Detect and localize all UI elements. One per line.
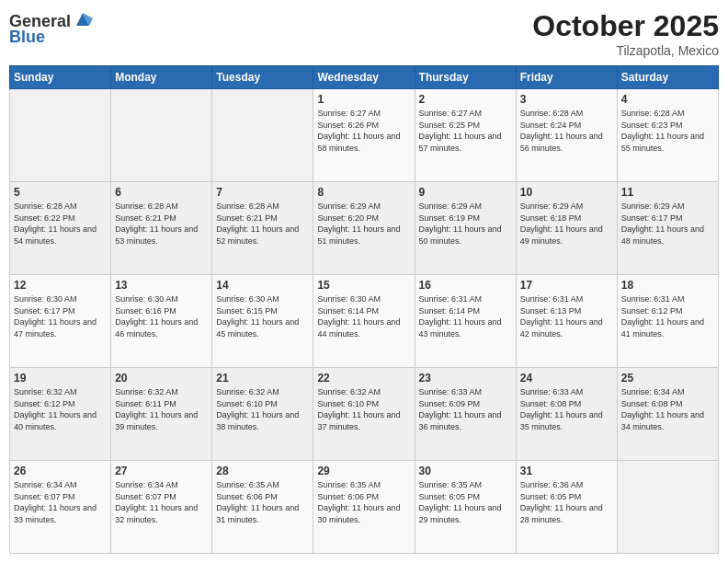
sunrise-label: Sunrise: 6:35 AM [419, 480, 483, 489]
day-info: Sunrise: 6:31 AM Sunset: 6:12 PM Dayligh… [621, 293, 714, 339]
sunset-label: Sunset: 6:08 PM [520, 399, 582, 408]
day-number: 11 [621, 186, 714, 199]
sunset-label: Sunset: 6:05 PM [419, 492, 481, 501]
day-info: Sunrise: 6:30 AM Sunset: 6:14 PM Dayligh… [317, 293, 410, 339]
logo: General Blue [9, 9, 93, 47]
sunset-label: Sunset: 6:10 PM [216, 399, 278, 408]
sunset-label: Sunset: 6:05 PM [520, 492, 582, 501]
daylight-label: Daylight: 11 hours and 38 minutes. [216, 410, 299, 431]
table-row: 12 Sunrise: 6:30 AM Sunset: 6:17 PM Dayl… [10, 275, 111, 368]
sunrise-label: Sunrise: 6:28 AM [621, 109, 685, 118]
sunrise-label: Sunrise: 6:31 AM [621, 294, 685, 304]
calendar-week-row: 5 Sunrise: 6:28 AM Sunset: 6:22 PM Dayli… [10, 182, 719, 275]
sunrise-label: Sunrise: 6:32 AM [14, 387, 77, 396]
daylight-label: Daylight: 11 hours and 33 minutes. [14, 503, 97, 524]
daylight-label: Daylight: 11 hours and 28 minutes. [520, 503, 603, 524]
sunset-label: Sunset: 6:14 PM [419, 306, 481, 316]
daylight-label: Daylight: 11 hours and 43 minutes. [419, 317, 502, 339]
daylight-label: Daylight: 11 hours and 30 minutes. [317, 503, 400, 524]
col-wednesday: Wednesday [313, 66, 415, 89]
table-row: 30 Sunrise: 6:35 AM Sunset: 6:05 PM Dayl… [415, 461, 516, 554]
table-row: 4 Sunrise: 6:28 AM Sunset: 6:23 PM Dayli… [617, 89, 718, 182]
day-number: 16 [419, 279, 512, 292]
day-info: Sunrise: 6:28 AM Sunset: 6:21 PM Dayligh… [115, 201, 208, 247]
sunrise-label: Sunrise: 6:32 AM [216, 387, 279, 396]
day-number: 19 [14, 372, 107, 385]
table-row: 26 Sunrise: 6:34 AM Sunset: 6:07 PM Dayl… [10, 461, 111, 554]
table-row: 2 Sunrise: 6:27 AM Sunset: 6:25 PM Dayli… [415, 89, 516, 182]
day-info: Sunrise: 6:32 AM Sunset: 6:12 PM Dayligh… [14, 386, 107, 432]
day-number: 22 [317, 372, 410, 385]
table-row: 15 Sunrise: 6:30 AM Sunset: 6:14 PM Dayl… [313, 275, 415, 368]
day-number: 21 [216, 372, 309, 385]
daylight-label: Daylight: 11 hours and 44 minutes. [317, 317, 400, 339]
col-monday: Monday [111, 66, 212, 89]
daylight-label: Daylight: 11 hours and 48 minutes. [621, 224, 704, 246]
day-number: 12 [14, 279, 107, 292]
day-info: Sunrise: 6:33 AM Sunset: 6:09 PM Dayligh… [419, 386, 512, 432]
location-subtitle: Tilzapotla, Mexico [532, 43, 719, 58]
table-row: 19 Sunrise: 6:32 AM Sunset: 6:12 PM Dayl… [10, 368, 111, 461]
table-row: 31 Sunrise: 6:36 AM Sunset: 6:05 PM Dayl… [516, 461, 617, 554]
day-info: Sunrise: 6:35 AM Sunset: 6:06 PM Dayligh… [317, 479, 410, 525]
sunrise-label: Sunrise: 6:28 AM [520, 109, 584, 118]
sunrise-label: Sunrise: 6:32 AM [317, 387, 381, 396]
sunrise-label: Sunrise: 6:29 AM [621, 201, 685, 211]
daylight-label: Daylight: 11 hours and 40 minutes. [14, 410, 97, 431]
day-info: Sunrise: 6:31 AM Sunset: 6:13 PM Dayligh… [520, 293, 613, 339]
daylight-label: Daylight: 11 hours and 55 minutes. [621, 132, 704, 153]
sunset-label: Sunset: 6:12 PM [621, 306, 683, 316]
table-row: 10 Sunrise: 6:29 AM Sunset: 6:18 PM Dayl… [516, 182, 617, 275]
title-block: October 2025 Tilzapotla, Mexico [532, 9, 719, 58]
daylight-label: Daylight: 11 hours and 35 minutes. [520, 410, 603, 431]
sunset-label: Sunset: 6:20 PM [317, 213, 379, 223]
daylight-label: Daylight: 11 hours and 29 minutes. [419, 503, 502, 524]
sunrise-label: Sunrise: 6:27 AM [317, 109, 381, 118]
sunset-label: Sunset: 6:07 PM [115, 492, 176, 501]
table-row: 16 Sunrise: 6:31 AM Sunset: 6:14 PM Dayl… [415, 275, 516, 368]
table-row: 21 Sunrise: 6:32 AM Sunset: 6:10 PM Dayl… [212, 368, 313, 461]
daylight-label: Daylight: 11 hours and 54 minutes. [14, 224, 97, 246]
sunset-label: Sunset: 6:09 PM [419, 399, 481, 408]
day-info: Sunrise: 6:30 AM Sunset: 6:16 PM Dayligh… [115, 293, 208, 339]
table-row [10, 89, 111, 182]
daylight-label: Daylight: 11 hours and 42 minutes. [520, 317, 603, 339]
daylight-label: Daylight: 11 hours and 37 minutes. [317, 410, 400, 431]
calendar-week-row: 1 Sunrise: 6:27 AM Sunset: 6:26 PM Dayli… [10, 89, 719, 182]
day-number: 10 [520, 186, 613, 199]
sunrise-label: Sunrise: 6:34 AM [115, 480, 178, 489]
calendar-week-row: 19 Sunrise: 6:32 AM Sunset: 6:12 PM Dayl… [10, 368, 719, 461]
daylight-label: Daylight: 11 hours and 52 minutes. [216, 224, 299, 246]
sunrise-label: Sunrise: 6:35 AM [216, 480, 279, 489]
sunset-label: Sunset: 6:19 PM [419, 213, 481, 223]
daylight-label: Daylight: 11 hours and 51 minutes. [317, 224, 400, 246]
table-row: 29 Sunrise: 6:35 AM Sunset: 6:06 PM Dayl… [313, 461, 415, 554]
table-row: 9 Sunrise: 6:29 AM Sunset: 6:19 PM Dayli… [415, 182, 516, 275]
day-number: 7 [216, 186, 309, 199]
sunset-label: Sunset: 6:06 PM [317, 492, 379, 501]
day-number: 30 [419, 465, 512, 477]
day-number: 8 [317, 186, 410, 199]
table-row [617, 461, 718, 554]
table-row: 11 Sunrise: 6:29 AM Sunset: 6:17 PM Dayl… [617, 182, 718, 275]
logo-blue: Blue [9, 28, 45, 47]
sunrise-label: Sunrise: 6:33 AM [419, 387, 483, 396]
table-row: 6 Sunrise: 6:28 AM Sunset: 6:21 PM Dayli… [111, 182, 212, 275]
day-info: Sunrise: 6:31 AM Sunset: 6:14 PM Dayligh… [419, 293, 512, 339]
daylight-label: Daylight: 11 hours and 34 minutes. [621, 410, 704, 431]
sunset-label: Sunset: 6:17 PM [14, 306, 75, 316]
sunrise-label: Sunrise: 6:27 AM [419, 109, 483, 118]
sunset-label: Sunset: 6:16 PM [115, 306, 176, 316]
sunrise-label: Sunrise: 6:29 AM [419, 201, 483, 211]
day-info: Sunrise: 6:29 AM Sunset: 6:18 PM Dayligh… [520, 201, 613, 247]
sunrise-label: Sunrise: 6:30 AM [317, 294, 381, 304]
sunrise-label: Sunrise: 6:35 AM [317, 480, 381, 489]
day-info: Sunrise: 6:29 AM Sunset: 6:19 PM Dayligh… [419, 201, 512, 247]
day-info: Sunrise: 6:28 AM Sunset: 6:23 PM Dayligh… [621, 108, 714, 154]
table-row [111, 89, 212, 182]
table-row: 18 Sunrise: 6:31 AM Sunset: 6:12 PM Dayl… [617, 275, 718, 368]
sunrise-label: Sunrise: 6:29 AM [520, 201, 584, 211]
sunrise-label: Sunrise: 6:31 AM [520, 294, 584, 304]
daylight-label: Daylight: 11 hours and 56 minutes. [520, 132, 603, 153]
sunrise-label: Sunrise: 6:34 AM [14, 480, 77, 489]
